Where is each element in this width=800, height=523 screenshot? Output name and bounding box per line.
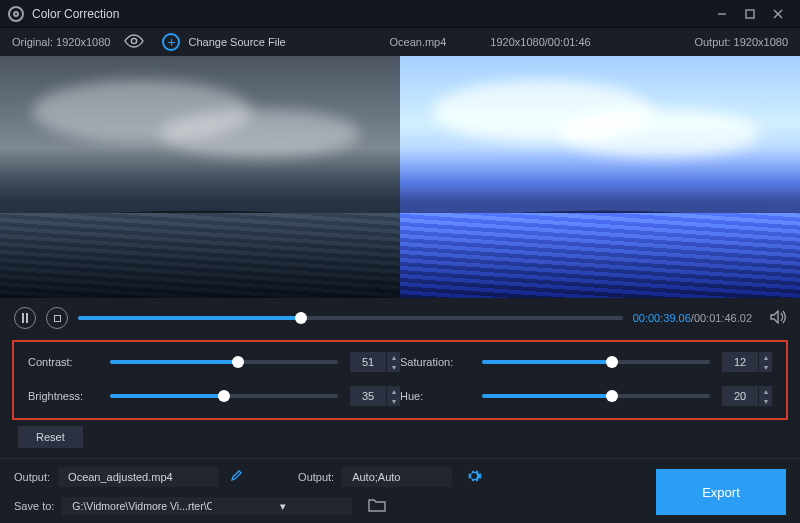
output-format-label: Output: xyxy=(298,471,334,483)
preview-original xyxy=(0,56,400,298)
source-file-name: Ocean.mp4 xyxy=(389,36,446,48)
step-down-icon[interactable]: ▾ xyxy=(387,396,400,406)
title-bar: Color Correction xyxy=(0,0,800,28)
step-down-icon[interactable]: ▾ xyxy=(759,362,772,372)
stop-button[interactable] xyxy=(46,307,68,329)
export-button[interactable]: Export xyxy=(656,469,786,515)
preview-toggle-icon[interactable] xyxy=(124,34,144,50)
chevron-down-icon[interactable]: ▾ xyxy=(212,500,353,512)
preview-area xyxy=(0,56,800,298)
output-format-value: Auto;Auto xyxy=(342,467,452,487)
saturation-slider[interactable] xyxy=(482,360,710,364)
svg-point-4 xyxy=(132,38,137,43)
svg-rect-1 xyxy=(746,10,754,18)
save-path-value: G:\Vidmore\Vidmore Vi...rter\Color Corre… xyxy=(72,500,212,512)
save-to-label: Save to: xyxy=(14,500,54,512)
step-down-icon[interactable]: ▾ xyxy=(759,396,772,406)
contrast-stepper[interactable]: 51▴▾ xyxy=(350,352,400,372)
playback-row: 00:00:39.06/00:01:46.02 xyxy=(0,298,800,338)
gear-icon[interactable] xyxy=(466,468,482,486)
save-path-field[interactable]: G:\Vidmore\Vidmore Vi...rter\Color Corre… xyxy=(62,497,352,515)
hue-label: Hue: xyxy=(400,390,470,402)
output-file-name: Ocean_adjusted.mp4 xyxy=(58,467,218,487)
edit-output-name-icon[interactable] xyxy=(230,470,242,484)
time-total: /00:01:46.02 xyxy=(691,312,752,324)
slider-knob[interactable] xyxy=(606,390,618,402)
output-file-label: Output: xyxy=(14,471,50,483)
original-label: Original: xyxy=(12,36,53,48)
contrast-label: Contrast: xyxy=(28,356,98,368)
adjustment-panel: Contrast: 51▴▾ Saturation: 12▴▾ Brightne… xyxy=(12,340,788,420)
resolution-duration: 1920x1080/00:01:46 xyxy=(490,36,590,48)
seek-slider[interactable] xyxy=(78,316,623,320)
change-source-link[interactable]: Change Source File xyxy=(188,36,285,48)
saturation-stepper[interactable]: 12▴▾ xyxy=(722,352,772,372)
brightness-stepper[interactable]: 35▴▾ xyxy=(350,386,400,406)
close-button[interactable] xyxy=(764,0,792,28)
preview-adjusted xyxy=(400,56,800,298)
step-up-icon[interactable]: ▴ xyxy=(387,386,400,396)
step-up-icon[interactable]: ▴ xyxy=(387,352,400,362)
step-up-icon[interactable]: ▴ xyxy=(759,352,772,362)
bottom-bar: Output: Ocean_adjusted.mp4 Output: Auto;… xyxy=(0,458,800,523)
pause-button[interactable] xyxy=(14,307,36,329)
saturation-label: Saturation: xyxy=(400,356,470,368)
volume-icon[interactable] xyxy=(770,310,786,327)
open-folder-icon[interactable] xyxy=(368,498,386,514)
slider-knob[interactable] xyxy=(218,390,230,402)
reset-button[interactable]: Reset xyxy=(18,426,83,448)
reset-row: Reset xyxy=(0,426,800,448)
slider-knob[interactable] xyxy=(606,356,618,368)
output-resolution: 1920x1080 xyxy=(734,36,788,48)
step-up-icon[interactable]: ▴ xyxy=(759,386,772,396)
step-down-icon[interactable]: ▾ xyxy=(387,362,400,372)
add-source-button[interactable]: + xyxy=(162,33,180,51)
info-bar: Original: 1920x1080 + Change Source File… xyxy=(0,28,800,56)
slider-knob[interactable] xyxy=(232,356,244,368)
seek-knob[interactable] xyxy=(295,312,307,324)
hue-stepper[interactable]: 20▴▾ xyxy=(722,386,772,406)
window-title: Color Correction xyxy=(32,7,708,21)
maximize-button[interactable] xyxy=(736,0,764,28)
app-icon xyxy=(8,6,24,22)
minimize-button[interactable] xyxy=(708,0,736,28)
time-current: 00:00:39.06 xyxy=(633,312,691,324)
original-resolution: 1920x1080 xyxy=(56,36,110,48)
contrast-slider[interactable] xyxy=(110,360,338,364)
brightness-slider[interactable] xyxy=(110,394,338,398)
brightness-label: Brightness: xyxy=(28,390,98,402)
output-label: Output: xyxy=(694,36,730,48)
hue-slider[interactable] xyxy=(482,394,710,398)
